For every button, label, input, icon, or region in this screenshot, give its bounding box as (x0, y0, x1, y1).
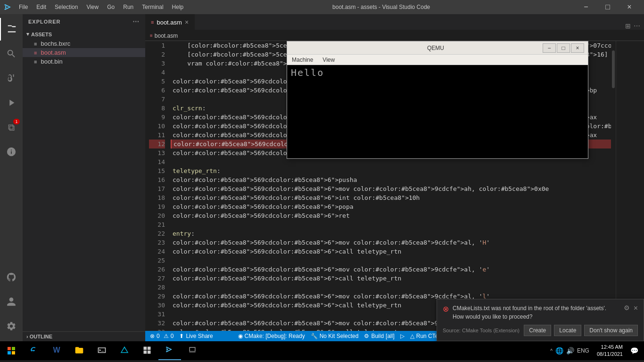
sidebar-title: Explorer (28, 19, 61, 25)
activity-explorer[interactable] (0, 18, 23, 41)
tray-notification-icon[interactable]: 💬 (628, 347, 640, 354)
activity-remote[interactable] (0, 140, 23, 163)
status-cmake[interactable]: ◉ CMake: [Debug]: Ready (235, 331, 308, 341)
menu-terminal[interactable]: Terminal (138, 2, 167, 12)
activity-settings[interactable] (0, 315, 23, 337)
warning-icon: ⚠ (164, 333, 169, 339)
taskbar-clock[interactable]: 12:45 AM 08/11/2021 (593, 344, 627, 358)
minimap (616, 41, 644, 331)
svg-rect-2 (8, 351, 11, 354)
tab-boot-asm[interactable]: ≡ boot.asm × (145, 14, 195, 30)
menu-view[interactable]: View (83, 2, 102, 12)
sidebar-header: Explorer ⋯ (23, 14, 145, 29)
notification-settings-icon[interactable]: ⚙ (624, 304, 630, 312)
maximize-button[interactable]: □ (597, 0, 619, 14)
svg-rect-0 (8, 347, 11, 350)
activity-account[interactable] (0, 290, 23, 313)
error-icon: ⊗ (150, 333, 155, 339)
taskbar-terminal[interactable] (91, 341, 113, 360)
bxrc-file-icon: ≡ (34, 41, 37, 47)
status-debug-run[interactable]: ▷ (397, 331, 407, 341)
qemu-titlebar: QEMU − □ × (287, 41, 588, 55)
file-boot-asm[interactable]: ≡ boot.asm (23, 48, 145, 57)
menu-selection[interactable]: Selection (51, 2, 82, 12)
taskbar-apps: W (23, 341, 204, 360)
live-share-icon: ⬆ (179, 333, 184, 339)
error-count: 0 (157, 333, 160, 339)
asm-file-icon: ≡ (34, 50, 37, 56)
taskbar-grid[interactable] (136, 341, 158, 360)
layout-icon[interactable]: ⊞ (625, 22, 631, 30)
file-bochs-bxrc[interactable]: ≡ bochs.bxrc (23, 39, 145, 48)
activity-bar: ⧉ 1 (0, 14, 23, 341)
minimize-button[interactable]: − (575, 0, 597, 14)
qemu-output-text: Hello (291, 67, 324, 78)
notification-close-button[interactable]: × (634, 304, 638, 313)
taskbar-vscode[interactable] (158, 341, 181, 360)
windows-start-button[interactable] (0, 341, 23, 360)
assets-section[interactable]: ▾ ASSETS (23, 29, 145, 39)
main-container: ⧉ 1 Explorer ⋯ (0, 14, 644, 341)
menu-edit[interactable]: Edit (33, 2, 50, 12)
activity-run-debug[interactable] (0, 91, 23, 114)
create-button[interactable]: Create (524, 325, 551, 336)
notification-footer: Source: CMake Tools (Extension) Create L… (443, 325, 638, 336)
status-live-share[interactable]: ⬆ Live Share (176, 331, 215, 341)
ctest-icon: △ (410, 333, 414, 339)
taskbar-explorer[interactable] (68, 341, 91, 360)
menu-go[interactable]: Go (103, 2, 118, 12)
cmake-status: CMake: [Debug]: Ready (245, 333, 305, 339)
sidebar-tree: ▾ ASSETS ≡ bochs.bxrc ≡ boot.asm ≡ boot.… (23, 29, 145, 331)
activity-source-control[interactable] (0, 67, 23, 90)
locate-button[interactable]: Locate (554, 325, 581, 336)
notification-buttons: Create Locate Don't show again (524, 325, 638, 336)
taskbar-date: 08/11/2021 (597, 351, 623, 358)
tray-lang[interactable]: ENG (577, 347, 589, 354)
scrollbar-thumb (612, 50, 615, 88)
file-boot-bin[interactable]: ≡ boot.bin (23, 57, 145, 66)
line-numbers: 1234567891011121314151617181920212223242… (145, 41, 169, 331)
menu-run[interactable]: Run (119, 2, 137, 12)
tray-network-icon[interactable]: 🌐 (555, 347, 563, 354)
activity-search[interactable] (0, 42, 23, 65)
menu-help[interactable]: Help (168, 2, 188, 12)
status-build[interactable]: ⚙ Build [all] (361, 331, 397, 341)
tab-label: boot.asm (157, 19, 182, 26)
activity-extensions[interactable]: ⧉ 1 (0, 116, 23, 139)
build-label: Build (371, 333, 384, 339)
menu-file[interactable]: File (15, 2, 32, 12)
tray-sound-icon[interactable]: 🔊 (566, 347, 574, 354)
taskbar-edge[interactable] (23, 341, 45, 360)
qemu-restore-button[interactable]: □ (557, 43, 570, 53)
notification-source: Source: CMake Tools (Extension) (443, 328, 520, 333)
sidebar-more-icon[interactable]: ⋯ (132, 18, 140, 25)
qemu-menu-machine[interactable]: Machine (289, 56, 316, 64)
taskbar-cmake[interactable] (113, 341, 136, 360)
taskbar-word[interactable]: W (45, 341, 68, 360)
activity-github[interactable] (0, 266, 23, 288)
windows-taskbar: W ^ 🌐 🔊 ENG 12:45 AM 08/11/2021 (0, 341, 644, 360)
qemu-close-button[interactable]: × (571, 43, 584, 53)
taskbar-qemu[interactable] (181, 341, 204, 360)
status-errors[interactable]: ⊗ 0 ⚠ 0 (147, 331, 176, 341)
tray-chevron[interactable]: ^ (550, 348, 553, 354)
asm-filename: boot.asm (41, 49, 66, 56)
close-button[interactable]: × (619, 0, 640, 14)
sidebar: Explorer ⋯ ▾ ASSETS ≡ bochs.bxrc ≡ boot.… (23, 14, 145, 341)
debug-run-icon: ▷ (400, 333, 405, 339)
editor-scrollbar[interactable] (611, 41, 616, 331)
dont-show-again-button[interactable]: Don't show again (584, 325, 638, 336)
titlebar-menu: File Edit Selection View Go Run Terminal… (15, 2, 187, 12)
qemu-title: QEMU (329, 45, 543, 51)
kit-label: No Kit Selected (320, 333, 359, 339)
outline-section[interactable]: › OUTLINE (23, 331, 145, 341)
qemu-minimize-button[interactable]: − (543, 43, 556, 53)
tab-close-button[interactable]: × (185, 18, 189, 26)
build-all-label: [all] (386, 333, 395, 339)
qemu-window: QEMU − □ × Machine View Hello (287, 41, 588, 159)
status-kit[interactable]: 🔧 No Kit Selected (308, 331, 362, 341)
taskbar-tray: ^ 🌐 🔊 ENG (548, 347, 591, 354)
notification-header: ⊗ CMakeLists.txt was not found in the ro… (443, 304, 638, 321)
more-tabs-icon[interactable]: ⋯ (634, 22, 640, 30)
qemu-menu-view[interactable]: View (320, 56, 338, 64)
